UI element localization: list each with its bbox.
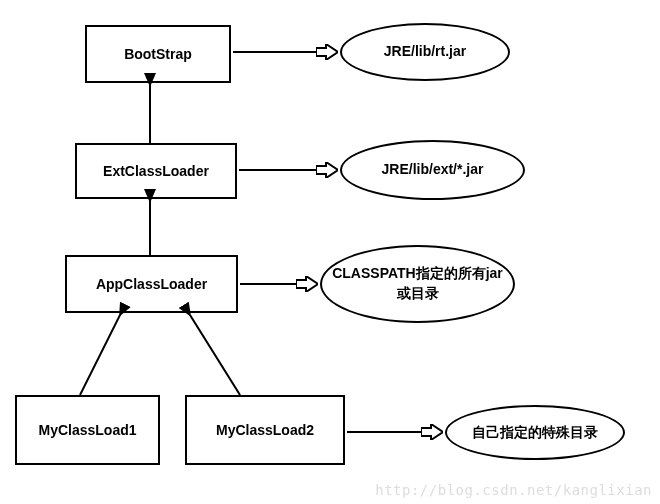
ellipse-classpath-label: CLASSPATH指定的所有jar或目录 <box>330 264 505 303</box>
box-appclassloader: AppClassLoader <box>65 255 238 313</box>
box-extclassloader: ExtClassLoader <box>75 143 237 199</box>
box-myclassload2: MyClassLoad2 <box>185 395 345 465</box>
ellipse-classpath: CLASSPATH指定的所有jar或目录 <box>320 245 515 323</box>
arrow-my1-to-app <box>80 315 120 395</box>
ellipse-custom: 自己指定的特殊目录 <box>445 405 625 460</box>
watermark-text: http://blog.csdn.net/kanglixian <box>375 482 652 498</box>
arrow-my2-to-app <box>190 315 240 395</box>
ellipse-extjar-label: JRE/lib/ext/*.jar <box>382 160 484 180</box>
box-bootstrap: BootStrap <box>85 25 231 83</box>
box-my1-label: MyClassLoad1 <box>38 422 136 438</box>
box-my2-label: MyClassLoad2 <box>216 422 314 438</box>
ellipse-rtjar-label: JRE/lib/rt.jar <box>384 42 466 62</box>
box-myclassload1: MyClassLoad1 <box>15 395 160 465</box>
ellipse-rtjar: JRE/lib/rt.jar <box>340 23 510 81</box>
box-app-label: AppClassLoader <box>96 276 207 292</box>
box-bootstrap-label: BootStrap <box>124 46 192 62</box>
box-ext-label: ExtClassLoader <box>103 163 209 179</box>
ellipse-custom-label: 自己指定的特殊目录 <box>472 423 598 443</box>
ellipse-extjar: JRE/lib/ext/*.jar <box>340 140 525 200</box>
